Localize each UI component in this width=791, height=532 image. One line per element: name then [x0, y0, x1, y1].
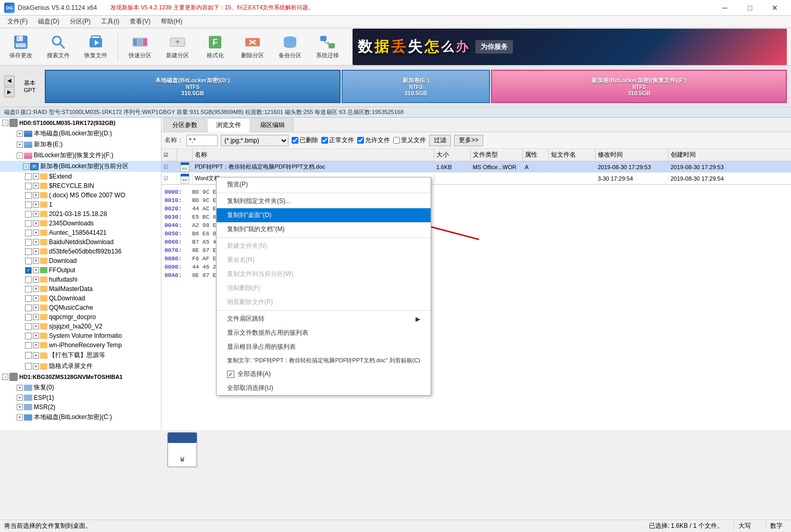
tree-folder-wn[interactable]: + wn-iPhoneRecovery Temp: [0, 340, 161, 350]
expand-ffoutput[interactable]: +: [33, 267, 39, 273]
partition-e[interactable]: 新加卷(E:) NTFS 310.5GB: [342, 70, 491, 103]
menu-disk[interactable]: 磁盘(D): [33, 16, 65, 27]
tree-folder-hidden[interactable]: + 隐格式录屏文件: [0, 361, 161, 372]
checkbox-normal[interactable]: 正常文件: [321, 136, 354, 145]
expand-systemvol[interactable]: +: [33, 333, 39, 339]
checkbox-date[interactable]: [25, 211, 32, 218]
header-created[interactable]: 创建时间: [669, 149, 791, 161]
header-size[interactable]: 大小: [434, 149, 471, 161]
expand-huifudashi[interactable]: +: [33, 276, 39, 283]
normal-checkbox[interactable]: [321, 137, 328, 144]
tree-folder-auntec[interactable]: + Auntec_1585641421: [0, 228, 161, 237]
expand-mailmaster[interactable]: +: [33, 286, 39, 292]
expand-extend[interactable]: +: [33, 173, 39, 180]
tree-folder-ffoutput[interactable]: ✓ + FFOutput: [0, 265, 161, 275]
tree-folder-pack[interactable]: + 【打包下载】思源等: [0, 350, 161, 361]
expand-e[interactable]: +: [17, 142, 23, 148]
checkbox-deleted[interactable]: 已删除: [292, 136, 318, 145]
tree-partition-d[interactable]: + 本地磁盘(BitLocker加密)(D:): [0, 128, 161, 139]
ext-filter-select[interactable]: (*.jpg;*.bmp): [221, 135, 288, 146]
tree-folder-huifudashi[interactable]: + huifudashi: [0, 275, 161, 284]
expand-2345[interactable]: +: [33, 220, 39, 226]
tree-hd1[interactable]: - HD1:KBG30ZMS128GNVMeTOSHIBA1: [0, 372, 161, 382]
name-filter-input[interactable]: [186, 135, 218, 146]
checkbox-wn[interactable]: [25, 342, 32, 349]
checkbox-sjsj[interactable]: [25, 323, 32, 330]
tree-partition-c[interactable]: + 本地磁盘(BitLocker加密)(C:): [0, 412, 161, 423]
tree-folder-qqpcmgr[interactable]: + qqpcmgr_docpro: [0, 312, 161, 322]
checkbox-pack[interactable]: [25, 352, 32, 359]
expand-current[interactable]: -: [23, 163, 29, 170]
maximize-button[interactable]: □: [738, 0, 762, 16]
context-sector-jump[interactable]: 文件扇区跳转 ▶: [217, 312, 431, 326]
tree-folder-qqmusic[interactable]: + QQMusicCache: [0, 303, 161, 312]
expand-sjsj[interactable]: +: [33, 323, 39, 330]
checkbox-qldownload[interactable]: [25, 295, 32, 302]
tree-msr[interactable]: + MSR(2): [0, 402, 161, 412]
header-type[interactable]: 文件类型: [471, 149, 523, 161]
save-changes-button[interactable]: 保存更改: [4, 30, 37, 64]
restore-files-button[interactable]: 恢复文件: [79, 30, 112, 64]
checkbox-baidu[interactable]: [25, 239, 32, 246]
header-modified[interactable]: 修改时间: [596, 149, 669, 161]
quick-partition-button[interactable]: 快速分区: [123, 30, 157, 64]
tree-folder-mailmaster[interactable]: + MailMasterData: [0, 284, 161, 294]
checkbox-1[interactable]: [25, 201, 32, 208]
tree-folder-2345[interactable]: + 2345Downloads: [0, 219, 161, 228]
checkbox-recycle[interactable]: [25, 183, 32, 189]
context-copy-to-desktop[interactable]: 复制到"桌面"(D): [217, 208, 431, 222]
checkbox-extend[interactable]: [25, 173, 32, 180]
allow-checkbox[interactable]: [357, 137, 364, 144]
deleted-checkbox[interactable]: [292, 137, 298, 144]
header-attr[interactable]: 属性: [523, 149, 549, 161]
checkbox-mailmaster[interactable]: [25, 286, 32, 293]
expand-baidu[interactable]: +: [33, 239, 39, 245]
header-shortname[interactable]: 短文件名: [549, 149, 596, 161]
expand-hidden[interactable]: +: [33, 363, 39, 370]
tree-folder-qldownload[interactable]: + QLDownload: [0, 294, 161, 303]
checkbox-docx[interactable]: [25, 192, 32, 199]
tree-folder-extend[interactable]: + $Extend: [0, 172, 161, 181]
menu-file[interactable]: 文件(F): [2, 16, 33, 27]
migrate-system-button[interactable]: 系统迁移: [311, 30, 344, 64]
tree-folder-hash[interactable]: + d53bfe5e05dbbcf892b136: [0, 247, 161, 256]
tree-folder-recycle[interactable]: + $RECYCLE.BIN: [0, 181, 161, 191]
checkbox-hidden[interactable]: [25, 363, 32, 370]
tree-folder-docx[interactable]: + (.docx) MS Office 2007 WO: [0, 191, 161, 200]
close-button[interactable]: ✕: [763, 0, 787, 16]
expand-qldownload[interactable]: +: [33, 295, 39, 301]
tab-partition-params[interactable]: 分区参数: [164, 118, 206, 132]
filter-button[interactable]: 过滤: [429, 135, 451, 146]
hidden-files-checkbox[interactable]: [393, 137, 400, 144]
tree-folder-1[interactable]: + 1: [0, 200, 161, 209]
expand-hd1[interactable]: -: [2, 374, 8, 380]
checkbox-download[interactable]: [25, 258, 32, 264]
tree-folder-systemvol[interactable]: + System Volume Informatio: [0, 331, 161, 340]
checkbox-hash[interactable]: [25, 248, 32, 255]
expand-c[interactable]: +: [17, 414, 23, 421]
expand-pack[interactable]: +: [33, 352, 39, 359]
tree-partition-e[interactable]: + 新加卷(E:): [0, 139, 161, 150]
context-copy-to-folder[interactable]: 复制到指定文件夹(S)...: [217, 194, 431, 208]
context-preview[interactable]: 预览(P): [217, 178, 431, 192]
tree-folder-baidu[interactable]: + BaiduNetdiskDownload: [0, 237, 161, 247]
expand-recovery[interactable]: +: [17, 385, 23, 391]
file-checkbox-word[interactable]: ☑: [161, 175, 177, 181]
tree-hd0[interactable]: - HD0:ST1000LM035-1RK172(932GB): [0, 118, 161, 128]
checkbox-systemvol[interactable]: [25, 333, 32, 339]
new-partition-button[interactable]: + 新建分区: [161, 30, 194, 64]
checkbox-hidden-files[interactable]: 里乂文件: [393, 136, 426, 145]
context-deselect-all[interactable]: 全部取消选择(U): [217, 381, 431, 395]
expand-date[interactable]: +: [33, 211, 39, 217]
context-show-cluster-list[interactable]: 显示文件数据所占用的簇列表: [217, 326, 431, 340]
format-button[interactable]: F 格式化: [198, 30, 232, 64]
context-select-all[interactable]: ✓ 全部选择(A): [217, 367, 431, 381]
file-checkbox-pdf[interactable]: ☑: [161, 164, 177, 170]
tree-folder-download[interactable]: + Download: [0, 256, 161, 265]
tree-current-partition[interactable]: - F 新加卷(BitLocker加密)(当前分区: [0, 161, 161, 172]
disk-prev-button[interactable]: ◀: [4, 75, 15, 86]
tree-folder-date[interactable]: + 2021-03-18 15.18.28: [0, 209, 161, 219]
expand-auntec[interactable]: +: [33, 230, 39, 236]
expand-1[interactable]: +: [33, 201, 39, 208]
menu-view[interactable]: 查看(V): [124, 16, 156, 27]
